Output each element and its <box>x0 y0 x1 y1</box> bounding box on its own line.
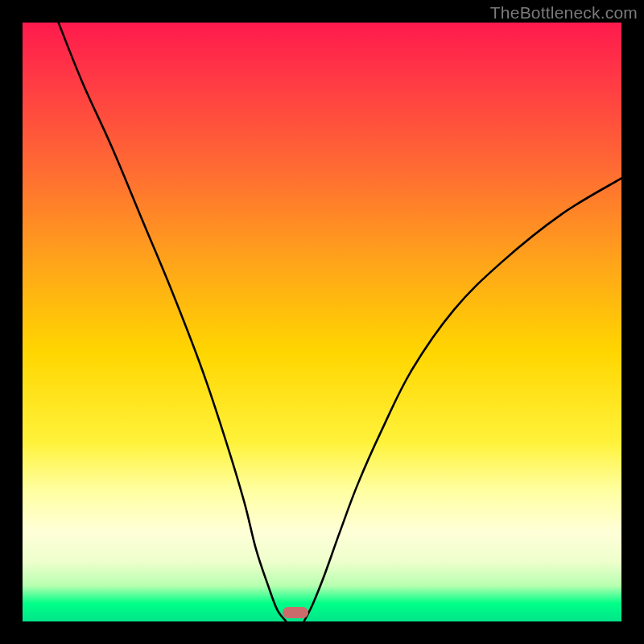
curve-right-branch <box>304 178 621 621</box>
watermark-text: TheBottleneck.com <box>490 3 638 23</box>
bottleneck-curve <box>23 23 621 621</box>
plot-area <box>23 23 621 621</box>
curve-left-branch <box>59 23 287 621</box>
bottleneck-marker <box>283 607 308 618</box>
